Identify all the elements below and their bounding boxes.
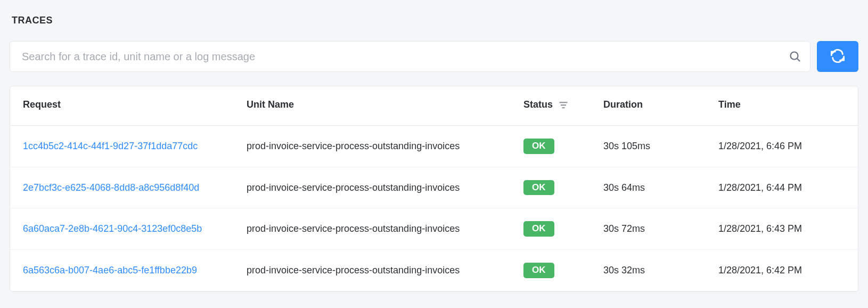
refresh-icon <box>830 48 845 65</box>
search-row <box>10 41 858 72</box>
search-icon[interactable] <box>789 50 801 63</box>
status-badge: OK <box>523 263 554 278</box>
header-duration[interactable]: Duration <box>603 86 718 126</box>
svg-rect-4 <box>562 107 565 108</box>
status-badge: OK <box>523 180 554 196</box>
table-row[interactable]: 6a60aca7-2e8b-4621-90c4-3123ef0c8e5bprod… <box>10 208 858 250</box>
unit-name-cell: prod-invoice-service-process-outstanding… <box>247 250 523 291</box>
trace-link[interactable]: 6a60aca7-2e8b-4621-90c4-3123ef0c8e5b <box>23 223 202 234</box>
duration-cell: 30s 72ms <box>603 208 718 250</box>
duration-cell: 30s 64ms <box>603 167 718 208</box>
traces-table-card: Request Unit Name Status <box>10 86 858 292</box>
table-row[interactable]: 2e7bcf3c-e625-4068-8dd8-a8c956d8f40dprod… <box>10 167 858 208</box>
header-unit[interactable]: Unit Name <box>247 86 523 126</box>
page-title: TRACES <box>12 15 858 26</box>
header-time[interactable]: Time <box>718 86 858 126</box>
filter-icon[interactable] <box>558 100 569 110</box>
header-status[interactable]: Status <box>523 86 603 126</box>
trace-link[interactable]: 2e7bcf3c-e625-4068-8dd8-a8c956d8f40d <box>23 182 199 193</box>
time-cell: 1/28/2021, 6:42 PM <box>718 250 858 291</box>
trace-link[interactable]: 6a563c6a-b007-4ae6-abc5-fe1ffbbe22b9 <box>23 265 197 275</box>
unit-name-cell: prod-invoice-service-process-outstanding… <box>247 208 523 250</box>
time-cell: 1/28/2021, 6:43 PM <box>718 208 858 250</box>
status-badge: OK <box>523 221 554 237</box>
table-header-row: Request Unit Name Status <box>10 86 858 126</box>
search-box <box>10 41 810 72</box>
unit-name-cell: prod-invoice-service-process-outstanding… <box>247 126 523 167</box>
svg-line-1 <box>797 59 800 61</box>
duration-cell: 30s 32ms <box>603 250 718 291</box>
unit-name-cell: prod-invoice-service-process-outstanding… <box>247 167 523 208</box>
svg-rect-3 <box>561 104 566 106</box>
svg-rect-2 <box>560 102 568 103</box>
svg-point-0 <box>791 52 798 60</box>
search-input[interactable] <box>10 42 810 71</box>
header-status-label: Status <box>523 99 553 110</box>
time-cell: 1/28/2021, 6:46 PM <box>718 126 858 167</box>
status-badge: OK <box>523 139 554 154</box>
header-request[interactable]: Request <box>10 86 247 126</box>
time-cell: 1/28/2021, 6:44 PM <box>718 167 858 208</box>
refresh-button[interactable] <box>817 41 858 72</box>
duration-cell: 30s 105ms <box>603 126 718 167</box>
trace-link[interactable]: 1cc4b5c2-414c-44f1-9d27-37f1dda77cdc <box>23 141 198 151</box>
table-row[interactable]: 1cc4b5c2-414c-44f1-9d27-37f1dda77cdcprod… <box>10 126 858 167</box>
table-row[interactable]: 6a563c6a-b007-4ae6-abc5-fe1ffbbe22b9prod… <box>10 250 858 291</box>
traces-table: Request Unit Name Status <box>10 86 858 291</box>
